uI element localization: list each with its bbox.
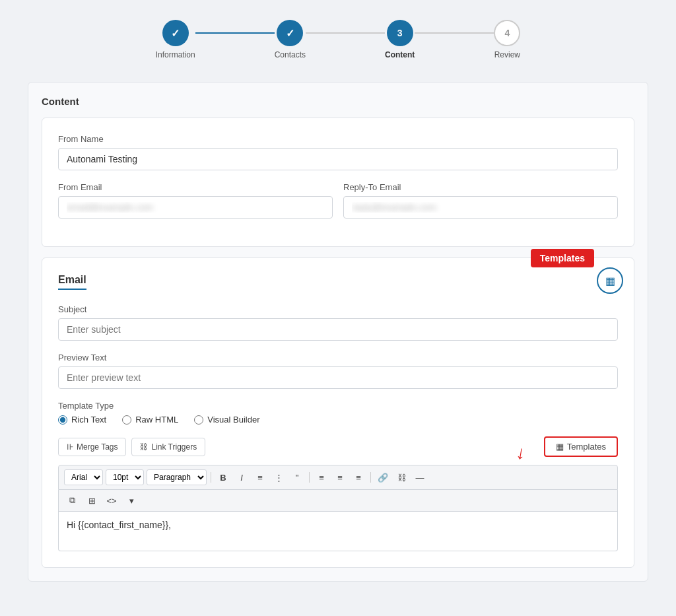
red-arrow: ↓ <box>514 442 527 464</box>
table-button[interactable]: ⊞ <box>84 493 100 508</box>
editor-toolbar-row2: ⧉ ⊞ <> ▾ <box>58 490 618 512</box>
step-circle-review: 4 <box>494 20 520 46</box>
step-circle-content: 3 <box>387 20 413 46</box>
radio-visual-builder[interactable]: Visual Builder <box>194 415 259 425</box>
step-circle-information: ✓ <box>162 20 189 46</box>
align-center-button[interactable]: ≡ <box>332 469 348 485</box>
template-type-row: Rich Text Raw HTML Visual Builder <box>58 415 618 425</box>
reply-to-input[interactable] <box>343 196 618 219</box>
align-right-button[interactable]: ≡ <box>351 469 366 485</box>
unlink-button[interactable]: ⛓ <box>393 469 409 485</box>
visual-builder-label: Visual Builder <box>207 415 259 425</box>
connector-1 <box>195 32 275 34</box>
radio-rich-text[interactable]: Rich Text <box>58 415 106 425</box>
step-label-review: Review <box>494 50 520 59</box>
templates-badge: Templates <box>531 249 594 267</box>
unordered-list-button[interactable]: ≡ <box>252 469 268 485</box>
from-name-label: From Name <box>58 134 618 144</box>
italic-button[interactable]: I <box>234 469 250 485</box>
code-button[interactable]: <> <box>104 493 119 508</box>
step-information[interactable]: ✓ Information <box>156 20 195 59</box>
editor-body[interactable]: Hi {{contact_first_name}}, <box>58 512 618 551</box>
templates-icon-button[interactable]: ▦ <box>597 267 623 294</box>
connector-2 <box>306 32 385 34</box>
stepper: ✓ Information ✓ Contacts 3 Content 4 Rev… <box>13 13 663 66</box>
templates-grid-icon: ▦ <box>605 275 615 287</box>
reply-to-label: Reply-To Email <box>343 182 618 192</box>
subject-group: Subject <box>58 304 618 341</box>
email-row: From Email Reply-To Email <box>58 182 618 230</box>
content-card: Content From Name From Email Reply-To Em… <box>28 82 648 582</box>
connector-3 <box>415 32 494 34</box>
link-triggers-button[interactable]: ⛓ Link Triggers <box>131 438 205 456</box>
blockquote-button[interactable]: " <box>289 469 305 485</box>
step-label-contacts: Contacts <box>275 50 306 59</box>
hr-button[interactable]: — <box>412 469 428 485</box>
from-email-input[interactable] <box>58 196 333 219</box>
reply-to-group: Reply-To Email <box>343 182 618 219</box>
link-icon: ⛓ <box>140 442 148 452</box>
preview-text-label: Preview Text <box>58 353 618 362</box>
font-size-select[interactable]: 10pt <box>106 469 144 485</box>
step-label-content: Content <box>385 50 415 59</box>
email-section: Templates ▦ Email Subject Preview Text T… <box>42 257 634 568</box>
ordered-list-button[interactable]: ⋮ <box>271 469 287 485</box>
radio-raw-html[interactable]: Raw HTML <box>122 415 178 425</box>
step-contacts[interactable]: ✓ Contacts <box>275 20 306 59</box>
templates-btn-icon: ▦ <box>556 442 564 452</box>
align-left-button[interactable]: ≡ <box>314 469 329 485</box>
raw-html-label: Raw HTML <box>135 415 178 425</box>
templates-button[interactable]: ▦ Templates <box>544 436 618 457</box>
bold-button[interactable]: B <box>215 469 231 485</box>
content-section-title: Content <box>42 96 634 107</box>
rich-text-label: Rich Text <box>71 415 106 425</box>
template-type-group: Template Type Rich Text Raw HTML Visual … <box>58 401 618 425</box>
copy-button[interactable]: ⧉ <box>64 493 80 508</box>
paragraph-select[interactable]: Paragraph <box>147 469 207 485</box>
email-section-title: Email <box>58 274 86 290</box>
step-label-information: Information <box>156 50 195 59</box>
more-button[interactable]: ▾ <box>123 493 139 508</box>
subject-input[interactable] <box>58 318 618 341</box>
step-content[interactable]: 3 Content <box>385 20 415 59</box>
sender-form-card: From Name From Email Reply-To Email <box>42 118 634 247</box>
step-circle-contacts: ✓ <box>277 20 303 46</box>
editor-toolbar-row: ⊪ Merge Tags ⛓ Link Triggers ↓ ▦ Templat… <box>58 436 618 457</box>
preview-text-input[interactable] <box>58 366 618 389</box>
toolbar-left: ⊪ Merge Tags ⛓ Link Triggers <box>58 438 205 456</box>
merge-tags-button[interactable]: ⊪ Merge Tags <box>58 438 126 456</box>
from-email-label: From Email <box>58 182 333 192</box>
from-email-group: From Email <box>58 182 333 219</box>
font-family-select[interactable]: Arial <box>64 469 103 485</box>
subject-label: Subject <box>58 304 618 314</box>
from-name-group: From Name <box>58 134 618 170</box>
from-name-input[interactable] <box>58 148 618 170</box>
step-review[interactable]: 4 Review <box>494 20 520 59</box>
merge-tags-icon: ⊪ <box>67 442 73 452</box>
editor-format-toolbar: Arial 10pt Paragraph B I ≡ ⋮ " ≡ ≡ ≡ <box>58 465 618 490</box>
link-button[interactable]: 🔗 <box>375 469 391 485</box>
preview-text-group: Preview Text <box>58 353 618 389</box>
template-type-label: Template Type <box>58 401 618 411</box>
